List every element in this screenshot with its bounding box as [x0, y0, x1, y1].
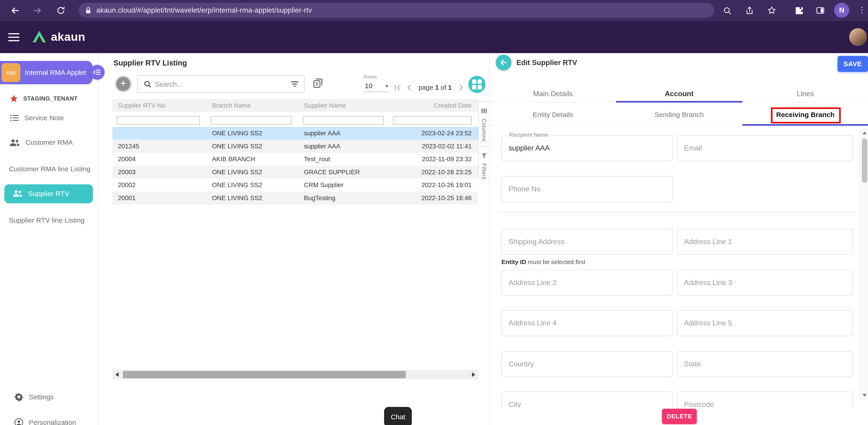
- chat-button[interactable]: Chat: [384, 407, 412, 425]
- browser-profile-avatar[interactable]: N: [834, 3, 849, 18]
- column-filter-input[interactable]: [117, 116, 200, 124]
- table-row[interactable]: 20001 ONE LIVING SS2 BugTesting 2022-10-…: [113, 192, 478, 205]
- email-input[interactable]: [677, 135, 852, 161]
- share-icon[interactable]: [743, 4, 755, 17]
- country-field[interactable]: [501, 351, 673, 377]
- address-line-1-input[interactable]: [677, 229, 852, 254]
- browser-reload-icon[interactable]: [55, 4, 67, 17]
- scroll-down-icon[interactable]: [860, 391, 868, 400]
- sidebar-item-customer-rma[interactable]: Customer RMA: [0, 135, 98, 150]
- grid-view-toggle[interactable]: [468, 76, 486, 93]
- sidebar-collapse-icon[interactable]: [90, 65, 104, 80]
- prev-page-icon[interactable]: [404, 83, 414, 92]
- address-line-4-field[interactable]: [501, 310, 673, 336]
- scrollbar-thumb[interactable]: [123, 371, 406, 378]
- address-line-3-input[interactable]: [677, 270, 852, 295]
- sidebar-item-customer-rma-line-listing[interactable]: Customer RMA line Listing: [0, 163, 98, 175]
- side-panel-icon[interactable]: [814, 4, 826, 17]
- lock-icon[interactable]: [85, 6, 91, 14]
- column-filter-input[interactable]: [211, 116, 291, 124]
- rows-per-page-select[interactable]: Rows 10 ▾: [364, 74, 389, 92]
- shipping-address-input[interactable]: [502, 229, 673, 254]
- sidebar-item-supplier-rtv[interactable]: Supplier RTV: [4, 184, 93, 203]
- sidebar-item-label: Service Note: [24, 114, 64, 122]
- scrollbar-thumb[interactable]: [862, 139, 867, 183]
- address-line-1-field[interactable]: [677, 229, 853, 255]
- column-header[interactable]: Supplier RTV No: [113, 102, 207, 109]
- filter-list-icon[interactable]: [290, 80, 299, 89]
- cell-created-date: 2023-02-24 23:52: [389, 130, 478, 137]
- column-header[interactable]: Branch Name: [207, 102, 298, 109]
- scroll-up-icon[interactable]: [860, 128, 868, 138]
- country-input[interactable]: [502, 352, 673, 377]
- phone-input[interactable]: [502, 177, 673, 202]
- extensions-puzzle-icon[interactable]: [793, 4, 805, 17]
- table-row[interactable]: 20002 ONE LIVING SS2 CRM Supplier 2022-1…: [113, 179, 478, 192]
- shipping-address-field[interactable]: [501, 229, 673, 255]
- app-header: akaun: [0, 21, 868, 53]
- state-input[interactable]: [677, 352, 852, 377]
- search-input[interactable]: [155, 80, 290, 88]
- browser-menu-icon[interactable]: ⋮: [858, 4, 866, 16]
- address-line-2-field[interactable]: [501, 270, 673, 296]
- browser-forward-icon[interactable]: [32, 4, 44, 17]
- scroll-left-icon[interactable]: [113, 370, 122, 379]
- table-row[interactable]: ONE LIVING SS2 supplier AAA 2023-02-24 2…: [113, 127, 478, 140]
- sidebar-item-service-note[interactable]: Service Note: [0, 111, 98, 125]
- column-header[interactable]: Created Date: [389, 102, 478, 109]
- address-line-3-field[interactable]: [677, 270, 853, 296]
- address-bar[interactable]: akaun.cloud/#/applet/tnt/wavelet/erp/int…: [79, 3, 714, 18]
- email-field[interactable]: [677, 135, 853, 161]
- subtab-sending-branch[interactable]: Sending Branch: [616, 104, 742, 125]
- tab-search-icon[interactable]: [721, 4, 734, 17]
- sidebar-tenant[interactable]: STAGING_TENANT: [0, 92, 98, 105]
- delete-button[interactable]: DELETE: [662, 409, 697, 424]
- sidebar-applet-button[interactable]: logo Internal RMA Applet: [0, 61, 92, 84]
- address-line-5-input[interactable]: [677, 310, 852, 336]
- subtab-receiving-branch[interactable]: Receiving Branch: [742, 104, 868, 125]
- recipient-name-input[interactable]: [502, 135, 673, 161]
- sidebar-item-personalization[interactable]: Personalization: [0, 416, 98, 425]
- tab-account[interactable]: Account: [616, 86, 742, 102]
- columns-side-tab[interactable]: Columns: [478, 101, 489, 143]
- filters-side-tab[interactable]: Filters: [478, 146, 489, 178]
- field-label: Recipient Name: [507, 132, 551, 138]
- copy-view-icon[interactable]: [312, 78, 323, 91]
- active-tab-indicator: [616, 101, 742, 102]
- table-row[interactable]: 20004 AKIB BRANCH Test_rout 2022-11-09 2…: [113, 153, 478, 166]
- recipient-name-field[interactable]: Recipient Name: [501, 135, 673, 161]
- save-button[interactable]: SAVE: [838, 56, 868, 72]
- sidebar-item-supplier-rtv-line-listing[interactable]: Supplier RTV line Listing: [0, 214, 98, 226]
- column-header[interactable]: Supplier Name: [298, 102, 389, 109]
- browser-back-icon[interactable]: [9, 4, 21, 17]
- vertical-scrollbar[interactable]: [860, 128, 868, 400]
- table-header-row: Supplier RTV No Branch Name Supplier Nam…: [113, 99, 478, 112]
- scroll-right-icon[interactable]: [469, 370, 478, 379]
- cell-supplier-name: supplier AAA: [298, 130, 389, 137]
- applet-logo: logo: [2, 63, 20, 82]
- horizontal-scrollbar[interactable]: [113, 370, 478, 379]
- column-filter-input[interactable]: [303, 116, 384, 124]
- cell-supplier-name: supplier AAA: [298, 143, 389, 150]
- address-line-5-field[interactable]: [677, 310, 853, 336]
- hamburger-menu-icon[interactable]: [8, 33, 19, 43]
- tab-main-details[interactable]: Main Details: [490, 86, 616, 102]
- back-button[interactable]: [496, 55, 512, 70]
- address-line-4-input[interactable]: [502, 310, 673, 336]
- table-row[interactable]: 20003 ONE LIVING SS2 GRACE SUPPLIER 2022…: [113, 166, 478, 179]
- state-field[interactable]: [677, 351, 853, 377]
- subtab-entity-details[interactable]: Entity Details: [490, 104, 616, 125]
- address-line-2-input[interactable]: [502, 270, 673, 295]
- tab-lines[interactable]: Lines: [742, 86, 868, 102]
- brand-logo[interactable]: akaun: [32, 30, 85, 43]
- next-page-icon[interactable]: [456, 83, 466, 92]
- user-avatar[interactable]: [849, 28, 867, 46]
- table-row[interactable]: 201245 ONE LIVING SS2 supplier AAA 2023-…: [113, 140, 478, 153]
- phone-field[interactable]: [501, 176, 673, 202]
- first-page-icon[interactable]: [393, 83, 403, 92]
- bookmark-star-icon[interactable]: [766, 4, 778, 17]
- column-filter-input[interactable]: [393, 116, 471, 124]
- sidebar-item-settings[interactable]: Settings: [0, 390, 98, 404]
- sidebar-item-label: Customer RMA: [25, 139, 73, 146]
- add-button[interactable]: +: [115, 75, 132, 92]
